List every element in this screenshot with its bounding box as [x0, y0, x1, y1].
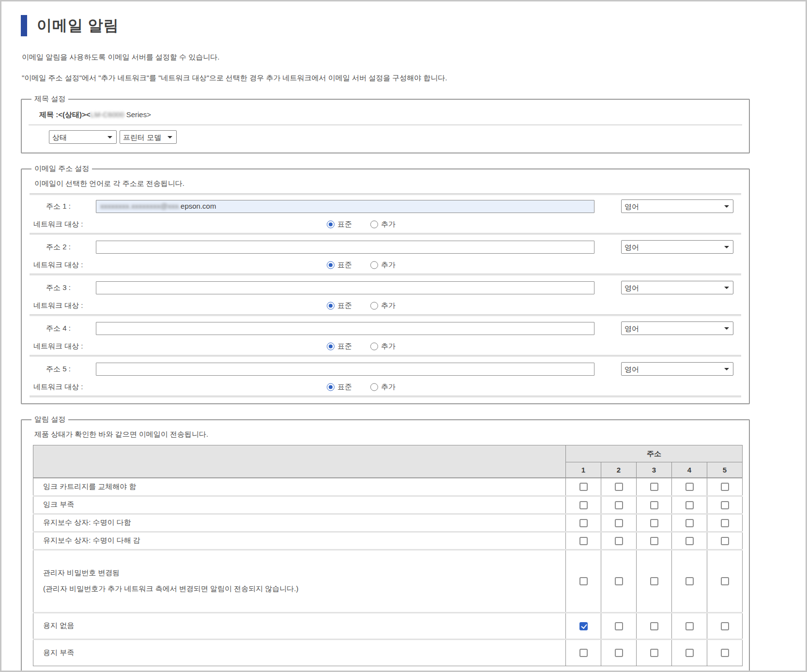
notification-label-cell: 유지보수 상자: 수명이 다함 — [33, 514, 566, 532]
notify-checkbox-row4-addr3[interactable] — [650, 537, 658, 545]
notify-checkbox-row4-addr4[interactable] — [685, 537, 694, 545]
notification-label-cell: 관리자 비밀번호 변경됨 (관리자 비밀번호가 추가 네트워크 측에서 변경되면… — [33, 550, 566, 612]
notify-checkbox-row4-addr2[interactable] — [615, 537, 623, 545]
notify-checkbox-row1-addr3[interactable] — [650, 483, 658, 491]
notify-checkbox-row4-addr1[interactable] — [579, 537, 588, 545]
network-additional-radio[interactable]: 추가 — [370, 260, 396, 270]
notify-checkbox-row5-addr3[interactable] — [650, 577, 658, 585]
network-standard-radio[interactable]: 표준 — [327, 301, 352, 310]
address-groups: 주소 1 : xxxxxxxx.xxxxxxxx@xxx.epson.com 영… — [28, 197, 743, 398]
notify-checkbox-row2-addr5[interactable] — [721, 501, 729, 509]
notify-checkbox-row2-addr3[interactable] — [650, 501, 658, 509]
address-row: 주소 1 : xxxxxxxx.xxxxxxxx@xxx.epson.com 영… — [28, 197, 743, 215]
notify-checkbox-row6-addr2[interactable] — [615, 622, 623, 630]
network-target-radio-group: 표준 추가 — [327, 220, 396, 229]
notify-checkbox-row5-addr1[interactable] — [579, 577, 588, 585]
checkbox-cell — [672, 550, 707, 612]
network-additional-radio[interactable]: 추가 — [370, 382, 396, 392]
notify-checkbox-row3-addr1[interactable] — [579, 519, 588, 527]
notification-row: 용지 없음 — [33, 612, 743, 639]
status-select-wrap: 상태 — [49, 130, 117, 144]
subject-status-token: <(상태)>< — [58, 110, 90, 119]
address-row: 주소 2 : 영어 — [28, 238, 743, 256]
notify-checkbox-row4-addr5[interactable] — [721, 537, 729, 545]
notification-table-header: 주소 12345 — [33, 445, 743, 478]
separator — [30, 355, 741, 357]
subject-part-selects: 상태 프린터 모델 — [49, 130, 743, 144]
notify-checkbox-row7-addr4[interactable] — [685, 649, 694, 657]
address-input[interactable] — [96, 363, 594, 376]
network-standard-radio[interactable]: 표준 — [327, 342, 352, 351]
network-target-label: 네트워크 대상 : — [28, 220, 83, 229]
notification-table: 주소 12345 잉크 카트리지를 교체해야 함 잉크 부족 유지보수 상자: … — [33, 445, 743, 666]
notify-checkbox-row6-addr1[interactable] — [579, 622, 588, 630]
network-standard-radio[interactable]: 표준 — [327, 260, 352, 270]
notify-checkbox-row1-addr2[interactable] — [615, 483, 623, 491]
notify-checkbox-row2-addr2[interactable] — [615, 501, 623, 509]
subject-part2-select[interactable]: 프린터 모델 — [120, 130, 177, 144]
checkbox-cell — [566, 639, 601, 666]
notify-checkbox-row5-addr5[interactable] — [721, 577, 729, 585]
radio-additional-label: 추가 — [381, 342, 396, 351]
email-address-settings-legend: 이메일 주소 설정 — [31, 164, 92, 173]
network-standard-radio[interactable]: 표준 — [327, 382, 352, 392]
radio-standard-label: 표준 — [337, 260, 352, 270]
notify-checkbox-row3-addr3[interactable] — [650, 519, 658, 527]
notify-checkbox-row3-addr2[interactable] — [615, 519, 623, 527]
network-target-row: 네트워크 대상 : 표준 추가 — [28, 337, 743, 355]
notify-checkbox-row2-addr1[interactable] — [579, 501, 588, 509]
network-additional-radio[interactable]: 추가 — [370, 301, 396, 310]
checkbox-cell — [707, 478, 743, 496]
checkbox-cell — [601, 496, 637, 514]
notification-label-cell: 용지 부족 — [33, 639, 566, 666]
address-row: 주소 5 : 영어 — [28, 360, 743, 378]
notification-row: 유지보수 상자: 수명이 다함 — [33, 514, 743, 532]
address-input[interactable] — [96, 241, 594, 254]
checkbox-cell — [637, 550, 672, 612]
separator — [30, 274, 741, 275]
address-column-header: 3 — [637, 462, 672, 478]
address-row: 주소 4 : 영어 — [28, 319, 743, 337]
notify-checkbox-row6-addr3[interactable] — [650, 622, 658, 630]
notify-checkbox-row1-addr4[interactable] — [685, 483, 694, 491]
language-select[interactable]: 영어 — [621, 240, 733, 254]
notify-checkbox-row1-addr5[interactable] — [721, 483, 729, 491]
checkbox-cell — [707, 496, 743, 514]
notify-checkbox-row7-addr3[interactable] — [650, 649, 658, 657]
radio-selected-icon — [327, 261, 335, 269]
checkbox-cell — [707, 550, 743, 612]
notification-label-cell: 잉크 카트리지를 교체해야 함 — [33, 478, 566, 496]
notify-checkbox-row5-addr4[interactable] — [685, 577, 694, 585]
notify-checkbox-row3-addr5[interactable] — [721, 519, 729, 527]
notify-checkbox-row7-addr2[interactable] — [615, 649, 623, 657]
notify-checkbox-row1-addr1[interactable] — [579, 483, 588, 491]
radio-selected-icon — [327, 342, 335, 350]
language-select-wrap: 영어 — [621, 240, 733, 254]
language-select[interactable]: 영어 — [621, 321, 733, 335]
language-select[interactable]: 영어 — [621, 281, 733, 294]
checkbox-cell — [637, 478, 672, 496]
network-additional-radio[interactable]: 추가 — [370, 220, 396, 229]
language-select[interactable]: 영어 — [621, 362, 733, 376]
notify-checkbox-row5-addr2[interactable] — [615, 577, 623, 585]
radio-unselected-icon — [370, 302, 378, 309]
subject-part1-select[interactable]: 상태 — [49, 130, 117, 144]
radio-standard-label: 표준 — [337, 342, 352, 351]
language-select[interactable]: 영어 — [621, 199, 733, 213]
notify-checkbox-row3-addr4[interactable] — [685, 519, 694, 527]
notify-checkbox-row2-addr4[interactable] — [685, 501, 694, 509]
radio-additional-label: 추가 — [381, 220, 396, 229]
language-select-wrap: 영어 — [621, 321, 733, 335]
address-input[interactable] — [96, 322, 594, 335]
network-target-radio-group: 표준 추가 — [327, 301, 396, 310]
notify-checkbox-row7-addr5[interactable] — [721, 649, 729, 657]
network-standard-radio[interactable]: 표준 — [327, 220, 352, 229]
address-label: 주소 5 : — [28, 365, 96, 374]
notify-checkbox-row7-addr1[interactable] — [579, 649, 588, 657]
address-input[interactable]: xxxxxxxx.xxxxxxxx@xxx.epson.com — [96, 200, 594, 213]
address-input[interactable] — [96, 281, 594, 294]
checkbox-cell — [566, 496, 601, 514]
notify-checkbox-row6-addr5[interactable] — [721, 622, 729, 630]
network-additional-radio[interactable]: 추가 — [370, 342, 396, 351]
notify-checkbox-row6-addr4[interactable] — [685, 622, 694, 630]
